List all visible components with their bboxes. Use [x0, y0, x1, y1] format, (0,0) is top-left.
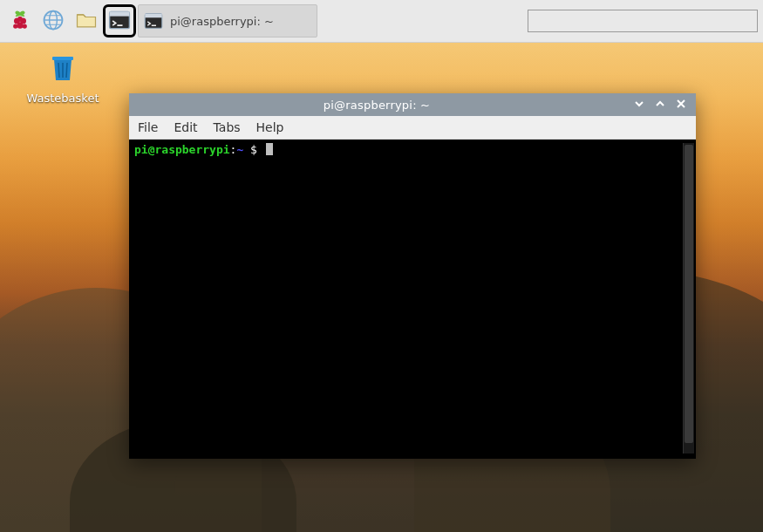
terminal-output[interactable]: pi@raspberrypi:~ $	[134, 143, 694, 454]
minimize-button[interactable]	[633, 99, 645, 111]
cursor-icon	[266, 143, 273, 155]
close-icon	[676, 99, 686, 112]
taskbar-window-label: pi@raspberrypi: ~	[170, 15, 274, 28]
folder-icon	[74, 8, 99, 35]
window-titlebar[interactable]: pi@raspberrypi: ~	[129, 93, 696, 116]
svg-rect-15	[52, 57, 73, 60]
svg-line-16	[58, 63, 59, 78]
taskbar-window-button[interactable]: pi@raspberrypi: ~	[138, 4, 317, 38]
menu-help[interactable]: Help	[256, 120, 284, 134]
taskbar: pi@raspberrypi: ~	[0, 0, 763, 43]
terminal-icon	[107, 8, 132, 35]
globe-icon	[41, 8, 65, 35]
terminal-icon	[142, 10, 165, 32]
trash-icon	[45, 51, 80, 88]
file-manager-button[interactable]	[72, 6, 101, 36]
prompt-end: $	[243, 143, 263, 156]
terminal-launcher-button[interactable]	[105, 6, 134, 36]
prompt-userhost: pi@raspberrypi	[134, 143, 230, 156]
svg-point-3	[13, 24, 17, 28]
desktop-icon-wastebasket[interactable]: Wastebasket	[26, 51, 99, 105]
chevron-up-icon	[655, 99, 665, 112]
scrollbar-thumb[interactable]	[685, 145, 693, 443]
terminal-window: pi@raspberrypi: ~	[129, 93, 696, 459]
menu-bar: File Edit Tabs Help	[129, 116, 696, 140]
window-title: pi@raspberrypi: ~	[129, 99, 624, 112]
menu-tabs[interactable]: Tabs	[214, 120, 241, 134]
menu-edit[interactable]: Edit	[174, 120, 197, 134]
menu-button[interactable]	[5, 6, 35, 36]
maximize-button[interactable]	[654, 99, 666, 111]
chevron-down-icon	[634, 99, 644, 112]
raspberry-icon	[8, 8, 32, 35]
svg-rect-10	[110, 11, 130, 16]
window-controls	[624, 99, 696, 111]
svg-point-4	[23, 24, 27, 28]
desktop[interactable]: pi@raspberrypi: ~ Wastebasket pi@raspber…	[0, 0, 763, 532]
svg-point-5	[17, 16, 22, 20]
menu-file[interactable]: File	[138, 120, 158, 134]
svg-rect-13	[145, 14, 162, 18]
desktop-icon-label: Wastebasket	[26, 92, 99, 105]
close-button[interactable]	[675, 99, 687, 111]
terminal-area[interactable]: pi@raspberrypi:~ $	[129, 140, 696, 459]
system-tray[interactable]	[528, 10, 758, 32]
terminal-scrollbar[interactable]	[683, 143, 694, 454]
svg-line-18	[66, 63, 67, 78]
svg-point-2	[17, 22, 24, 28]
browser-button[interactable]	[38, 6, 68, 36]
